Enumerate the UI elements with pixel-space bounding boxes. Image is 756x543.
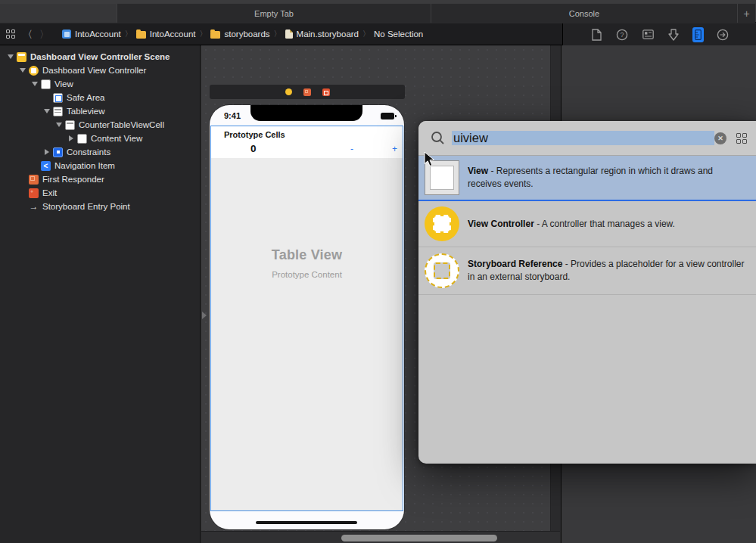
breadcrumb-storyboards[interactable]: storyboards [210, 29, 269, 39]
table-view-placeholder: Table View Prototype Content [211, 158, 403, 510]
mouse-cursor [424, 151, 435, 167]
outline-row-entry-point[interactable]: → Storyboard Entry Point [0, 200, 200, 213]
tab-bar: Empty Tab Console + [0, 0, 756, 23]
outline-label: Tableview [67, 107, 105, 116]
table-view-selected[interactable]: Prototype Cells 0 - + Table View Prototy… [210, 126, 403, 511]
breadcrumb-label: storyboards [224, 29, 269, 39]
breadcrumb: IntoAccount 〉 IntoAccount 〉 storyboards … [62, 29, 423, 39]
disclosure-triangle[interactable] [18, 68, 27, 73]
library-result-view-controller[interactable]: View Controller - A controller that mana… [418, 201, 756, 247]
breadcrumb-label: IntoAccount [75, 29, 121, 39]
outline-row-view[interactable]: View [0, 77, 200, 91]
result-separator: - [490, 166, 493, 176]
view-icon [77, 134, 87, 144]
outline-row-view-controller[interactable]: Dashboard View Controller [0, 64, 200, 77]
result-title: Storyboard Reference [468, 259, 562, 269]
breadcrumb-separator: 〉 [362, 29, 370, 39]
identity-inspector-icon[interactable] [641, 28, 655, 42]
library-grid-view-icon[interactable] [736, 133, 747, 144]
disclosure-triangle[interactable] [67, 135, 76, 141]
scrollbar-thumb[interactable] [341, 535, 497, 541]
result-separator: - [537, 219, 540, 229]
dock-first-responder-icon[interactable] [303, 88, 311, 96]
tab-empty-tab[interactable]: Empty Tab [117, 4, 431, 23]
search-icon [431, 131, 445, 145]
view-controller-icon [29, 66, 39, 76]
disclosure-triangle[interactable] [54, 123, 64, 127]
table-cell-icon [65, 120, 75, 130]
outline-row-counter-cell[interactable]: CounterTableViewCell [0, 118, 200, 132]
counter-table-view-cell[interactable]: 0 - + [211, 142, 403, 158]
outline-label: Exit [42, 188, 57, 197]
storyboard-entry-point-icon: → [29, 202, 39, 212]
result-title: View Controller [468, 219, 534, 229]
related-items-icon[interactable] [6, 29, 16, 39]
outline-label: Storyboard Entry Point [42, 202, 130, 211]
breadcrumb-selection[interactable]: No Selection [374, 29, 423, 39]
table-view-subtitle: Prototype Content [272, 270, 342, 279]
battery-icon [381, 113, 394, 119]
breadcrumb-file[interactable]: Main.storyboard [285, 29, 359, 39]
clear-search-icon[interactable]: ✕ [714, 132, 726, 144]
scene-icon [17, 52, 26, 62]
table-view-icon [53, 107, 63, 116]
plus-button[interactable]: + [392, 144, 397, 154]
size-inspector-icon-selected[interactable] [692, 27, 704, 42]
add-tab-button[interactable]: + [738, 4, 755, 23]
counter-value-label: 0 [250, 143, 257, 154]
library-result-storyboard-reference[interactable]: Storyboard Reference - Provides a placeh… [418, 247, 756, 295]
outline-label: Content View [91, 134, 142, 143]
outline-label: Dashboard View Controller Scene [30, 52, 170, 61]
connections-inspector-icon[interactable] [716, 28, 730, 42]
table-view-title: Table View [272, 247, 342, 263]
exit-icon [29, 188, 39, 198]
storyboard-file-icon [285, 29, 293, 39]
file-inspector-icon[interactable] [590, 28, 603, 42]
project-icon [62, 29, 71, 39]
xcode-window: Empty Tab Console + 〈 〉 IntoAccount 〉 In… [0, 0, 756, 543]
inspector-toolbar: ? [562, 23, 756, 45]
outline-label: Navigation Item [54, 161, 115, 170]
forward-button: 〉 [39, 29, 49, 39]
view-icon [41, 79, 51, 89]
outline-row-navigation-item[interactable]: < Navigation Item [0, 159, 200, 172]
document-outline: Dashboard View Controller Scene Dashboar… [0, 45, 201, 543]
outline-label: First Responder [42, 175, 104, 184]
disclosure-triangle[interactable] [42, 109, 51, 113]
disclosure-triangle[interactable] [42, 149, 51, 155]
outline-row-content-view[interactable]: Content View [0, 132, 200, 145]
library-search-bar[interactable]: uiview ✕ [418, 121, 756, 156]
result-description: Represents a rectangular region in which… [468, 166, 713, 189]
disclosure-triangle[interactable] [6, 54, 15, 59]
outline-row-exit[interactable]: Exit [0, 186, 200, 200]
back-button[interactable]: 〈 [23, 29, 33, 39]
outline-collapse-chevron-icon[interactable] [202, 312, 207, 319]
library-search-input[interactable]: uiview [452, 131, 714, 145]
breadcrumb-label: No Selection [374, 29, 423, 39]
quick-help-inspector-icon[interactable]: ? [615, 28, 629, 42]
constraints-icon [53, 147, 63, 157]
dock-exit-icon[interactable] [322, 88, 330, 96]
tab-untitled[interactable] [0, 4, 117, 23]
tab-console[interactable]: Console [431, 4, 738, 23]
attributes-inspector-icon[interactable] [667, 28, 680, 42]
dock-view-controller-icon[interactable] [285, 88, 292, 95]
svg-text:?: ? [620, 31, 624, 39]
outline-row-tableview[interactable]: Tableview [0, 104, 200, 118]
outline-label: View [54, 79, 73, 88]
outline-label: CounterTableViewCell [79, 120, 164, 129]
minus-button[interactable]: - [350, 144, 353, 154]
breadcrumb-group[interactable]: IntoAccount [136, 29, 196, 39]
outline-label: Safe Area [67, 93, 105, 102]
disclosure-triangle[interactable] [30, 82, 39, 86]
library-result-text: View Controller - A controller that mana… [468, 218, 675, 231]
outline-row-safe-area[interactable]: Safe Area [0, 91, 200, 104]
first-responder-icon [29, 175, 39, 185]
library-result-view[interactable]: View - Represents a rectangular region i… [418, 156, 756, 201]
outline-row-scene[interactable]: Dashboard View Controller Scene [0, 50, 200, 64]
outline-row-first-responder[interactable]: First Responder [0, 172, 200, 186]
jump-bar: 〈 〉 IntoAccount 〉 IntoAccount 〉 storyboa… [0, 23, 756, 45]
outline-row-constraints[interactable]: Constraints [0, 145, 200, 159]
breadcrumb-project[interactable]: IntoAccount [62, 29, 121, 39]
horizontal-scrollbar[interactable] [201, 531, 560, 543]
